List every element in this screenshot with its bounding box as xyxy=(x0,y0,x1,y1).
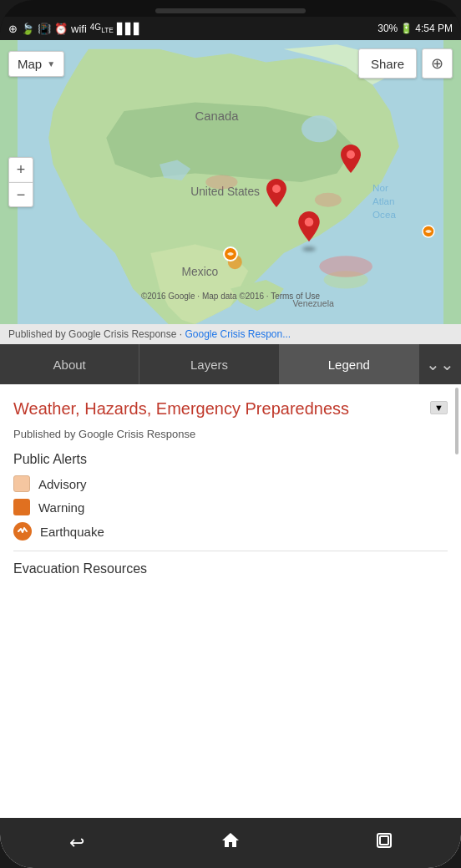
legend-item-earthquake: Earthquake xyxy=(13,522,448,541)
recents-button[interactable] xyxy=(367,826,401,860)
tab-more-button[interactable]: ⌄⌄ xyxy=(419,344,461,384)
speaker-bar xyxy=(155,8,306,13)
map-pin-2 xyxy=(266,179,286,211)
svg-point-10 xyxy=(319,256,372,277)
tab-about[interactable]: About xyxy=(0,344,139,384)
signal-icon: ▋▋▋ xyxy=(117,23,142,35)
scrollbar-track xyxy=(454,384,459,818)
svg-text:Atlan: Atlan xyxy=(372,195,395,206)
dropdown-arrow-icon: ▼ xyxy=(47,59,55,69)
battery-icon: 🔋 xyxy=(400,23,413,34)
status-bar: ⊕ 🍃 📳 ⏰ wifi 4GLTE ▋▋▋ 30% 🔋 4:54 PM xyxy=(0,17,461,40)
legend-item-advisory: Advisory xyxy=(13,475,448,492)
tab-legend-label: Legend xyxy=(328,358,370,372)
svg-rect-20 xyxy=(380,836,388,845)
svg-point-12 xyxy=(205,175,237,190)
published-link[interactable]: Google Crisis Respon... xyxy=(185,328,291,340)
back-icon: ↩ xyxy=(69,832,84,854)
legend-item-warning: Warning xyxy=(13,499,448,515)
legend-publisher: Published by Google Crisis Response xyxy=(13,428,448,440)
zoom-in-button[interactable]: + xyxy=(8,157,33,182)
svg-text:Canada: Canada xyxy=(195,109,240,123)
tab-bar: About Layers Legend ⌄⌄ xyxy=(0,344,461,384)
map-area[interactable]: Nor Atlan Ocea Canada United States Mexi… xyxy=(0,40,461,324)
home-button[interactable] xyxy=(214,826,247,860)
svg-point-15 xyxy=(272,185,281,193)
map-pin-1 xyxy=(341,145,361,176)
map-pin-atlantic xyxy=(422,225,435,241)
svg-text:Mexico: Mexico xyxy=(182,265,219,278)
map-controls-top: Map ▼ Share ⊕ xyxy=(8,48,453,79)
chevron-down-icon: ⌄⌄ xyxy=(426,354,454,374)
zoom-out-button[interactable]: − xyxy=(8,182,33,207)
legend-title-dropdown-icon[interactable]: ▼ xyxy=(430,401,448,414)
svg-point-14 xyxy=(347,150,355,159)
tab-layers[interactable]: Layers xyxy=(139,344,279,384)
leaf-icon: 🍃 xyxy=(21,23,34,35)
battery-percent: 30% xyxy=(377,23,398,34)
tab-layers-label: Layers xyxy=(190,358,228,372)
home-icon xyxy=(220,830,241,855)
public-alerts-title: Public Alerts xyxy=(13,452,448,467)
nav-bar: ↩ xyxy=(0,818,461,868)
time-display: 4:54 PM xyxy=(415,23,453,34)
plus-icon: ⊕ xyxy=(8,23,18,35)
legend-divider xyxy=(13,551,448,551)
tab-legend[interactable]: Legend xyxy=(280,344,419,384)
svg-point-16 xyxy=(305,217,314,226)
location-button[interactable]: ⊕ xyxy=(422,48,453,79)
earthquake-label: Earthquake xyxy=(40,525,104,539)
map-pin-small xyxy=(223,246,238,265)
map-controls-right: Share ⊕ xyxy=(358,48,453,79)
published-bar: Published by Google Crisis Response · Go… xyxy=(0,324,461,344)
back-button[interactable]: ↩ xyxy=(60,826,94,860)
recents-icon xyxy=(375,831,393,855)
earthquake-icon xyxy=(13,522,32,541)
warning-label: Warning xyxy=(38,500,84,515)
zoom-controls: + − xyxy=(8,157,33,207)
svg-point-1 xyxy=(301,115,337,142)
status-right: 30% 🔋 4:54 PM xyxy=(377,23,453,34)
vibrate-icon: 📳 xyxy=(38,23,51,35)
svg-text:Nor: Nor xyxy=(372,182,388,193)
tab-about-label: About xyxy=(53,358,86,372)
location-target-icon: ⊕ xyxy=(431,54,443,73)
published-text: Published by Google Crisis Response · xyxy=(8,328,185,340)
status-left: ⊕ 🍃 📳 ⏰ wifi 4GLTE ▋▋▋ xyxy=(8,23,142,35)
phone-content: Nor Atlan Ocea Canada United States Mexi… xyxy=(0,40,461,868)
alarm-icon: ⏰ xyxy=(54,23,68,35)
map-svg: Nor Atlan Ocea Canada United States Mexi… xyxy=(0,40,461,324)
phone-frame: ⊕ 🍃 📳 ⏰ wifi 4GLTE ▋▋▋ 30% 🔋 4:54 PM xyxy=(0,0,461,868)
svg-point-11 xyxy=(315,193,342,207)
map-attribution: ©2016 Google · Map data ©2016 · Terms of… xyxy=(0,292,461,301)
advisory-color-swatch xyxy=(13,475,30,492)
svg-text:Ocea: Ocea xyxy=(372,209,396,220)
warning-color-swatch xyxy=(13,499,30,515)
legend-panel[interactable]: Weather, Hazards, Emergency Preparedness… xyxy=(0,384,461,818)
map-pin-3 xyxy=(298,211,320,245)
evacuation-title: Evacuation Resources xyxy=(13,561,448,576)
advisory-label: Advisory xyxy=(38,477,87,491)
scrollbar-thumb xyxy=(455,388,458,454)
map-type-dropdown[interactable]: Map ▼ xyxy=(8,51,64,77)
legend-title-row: Weather, Hazards, Emergency Preparedness… xyxy=(13,398,448,423)
lte-icon: 4GLTE xyxy=(90,23,114,34)
share-button[interactable]: Share xyxy=(358,48,417,79)
legend-title: Weather, Hazards, Emergency Preparedness xyxy=(13,398,425,419)
map-type-label: Map xyxy=(18,57,42,71)
wifi-icon: wifi xyxy=(71,23,87,35)
